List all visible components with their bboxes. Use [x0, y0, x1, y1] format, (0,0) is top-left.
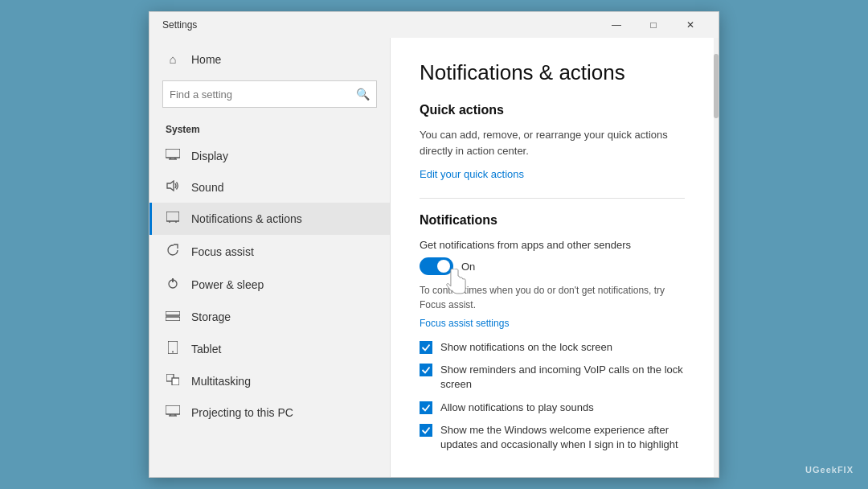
maximize-button[interactable]: □: [635, 12, 672, 38]
checkbox-row-4: Show me the Windows welcome experience a…: [420, 423, 685, 452]
sidebar-display-label: Display: [191, 150, 228, 162]
edit-quick-actions-link[interactable]: Edit your quick actions: [420, 168, 524, 180]
svg-marker-4: [167, 181, 174, 191]
sidebar-notifications-label: Notifications & actions: [191, 212, 302, 225]
page-title: Notifications & actions: [420, 60, 685, 85]
section-divider: [420, 198, 685, 199]
sidebar-projecting-label: Projecting to this PC: [191, 406, 293, 419]
checkbox-row-2: Show reminders and incoming VoIP calls o…: [420, 363, 685, 392]
quick-actions-section-title: Quick actions: [420, 103, 685, 117]
display-icon: [166, 149, 180, 162]
notifications-toggle[interactable]: [420, 257, 453, 275]
projecting-icon: [166, 405, 180, 419]
sidebar-item-power[interactable]: Power & sleep: [149, 268, 390, 301]
checkbox-1[interactable]: [420, 341, 432, 354]
checkbox-3[interactable]: [420, 401, 432, 414]
minimize-button[interactable]: —: [598, 12, 635, 38]
sidebar-item-tablet[interactable]: Tablet: [149, 332, 390, 365]
checkbox-row-1: Show notifications on the lock screen: [420, 340, 685, 355]
scrollbar-track[interactable]: [714, 38, 719, 477]
sidebar-item-display[interactable]: Display: [149, 140, 390, 171]
window-title: Settings: [162, 19, 197, 31]
sidebar-tablet-label: Tablet: [191, 343, 221, 355]
checkbox-2-label: Show reminders and incoming VoIP calls o…: [440, 363, 685, 392]
sidebar-focus-label: Focus assist: [191, 245, 254, 258]
search-box[interactable]: 🔍: [162, 80, 377, 108]
sidebar-section-label: System: [149, 119, 390, 140]
checkbox-4[interactable]: [420, 424, 432, 437]
settings-window: Settings — □ ✕ ⌂ Home 🔍 System Display: [149, 11, 719, 478]
scrollbar-thumb[interactable]: [714, 54, 719, 118]
power-icon: [166, 277, 180, 292]
toggle-row: On: [420, 257, 685, 275]
checkbox-2[interactable]: [420, 364, 432, 376]
sound-icon: [166, 180, 180, 194]
notifications-section-title: Notifications: [420, 213, 685, 228]
svg-rect-15: [172, 378, 179, 385]
search-input[interactable]: [163, 88, 349, 101]
multitasking-icon: [166, 374, 180, 388]
search-icon[interactable]: 🔍: [349, 80, 376, 108]
sidebar-storage-label: Storage: [191, 310, 231, 323]
tablet-icon: [166, 341, 180, 356]
sidebar-item-notifications[interactable]: Notifications & actions: [149, 203, 390, 235]
svg-rect-5: [166, 212, 179, 221]
focus-icon: [166, 244, 180, 259]
sidebar: ⌂ Home 🔍 System Display Sound: [149, 38, 391, 477]
title-bar: Settings — □ ✕: [149, 12, 719, 38]
window-body: ⌂ Home 🔍 System Display Sound: [149, 38, 719, 477]
sidebar-item-focus[interactable]: Focus assist: [149, 235, 390, 268]
sidebar-item-projecting[interactable]: Projecting to this PC: [149, 397, 390, 428]
svg-rect-11: [166, 317, 180, 321]
window-controls: — □ ✕: [598, 12, 709, 38]
svg-rect-0: [166, 149, 180, 158]
close-button[interactable]: ✕: [672, 12, 709, 38]
notif-row-label: Get notifications from apps and other se…: [420, 239, 685, 251]
svg-rect-10: [166, 311, 180, 315]
focus-assist-settings-link[interactable]: Focus assist settings: [420, 318, 509, 329]
checkbox-4-label: Show me the Windows welcome experience a…: [440, 423, 685, 452]
home-icon: ⌂: [166, 52, 180, 66]
sidebar-home-label: Home: [191, 53, 221, 66]
storage-icon: [166, 310, 180, 323]
checkbox-row-3: Allow notifications to play sounds: [420, 401, 685, 415]
svg-point-13: [172, 351, 174, 353]
toggle-state-label: On: [461, 261, 475, 273]
quick-actions-description: You can add, remove, or rearrange your q…: [420, 127, 685, 158]
watermark: UGeekFIX: [805, 465, 854, 475]
sidebar-multitasking-label: Multitasking: [191, 375, 251, 388]
sidebar-item-home[interactable]: ⌂ Home: [149, 44, 390, 74]
checkbox-3-label: Allow notifications to play sounds: [440, 401, 594, 415]
sidebar-item-storage[interactable]: Storage: [149, 301, 390, 332]
notifications-icon: [166, 212, 180, 226]
sidebar-item-sound[interactable]: Sound: [149, 171, 390, 203]
sidebar-item-multitasking[interactable]: Multitasking: [149, 365, 390, 397]
checkbox-1-label: Show notifications on the lock screen: [440, 340, 612, 355]
svg-rect-16: [166, 405, 180, 414]
sidebar-sound-label: Sound: [191, 181, 223, 194]
focus-assist-description: To control times when you do or don't ge…: [420, 283, 685, 312]
sidebar-power-label: Power & sleep: [191, 278, 264, 291]
main-content: Notifications & actions Quick actions Yo…: [391, 38, 714, 477]
